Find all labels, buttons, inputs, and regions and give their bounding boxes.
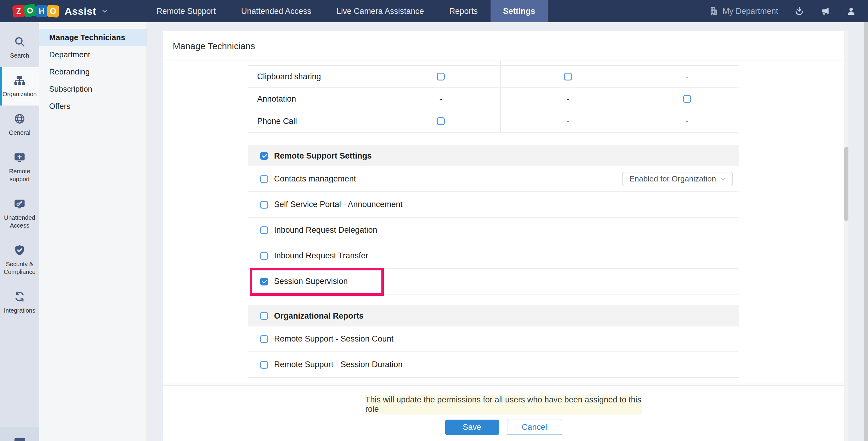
main-nav: Remote SupportUnattended AccessLive Came… [144,0,548,22]
table-cell [500,66,635,87]
settings-submenu: Manage TechniciansDepartmentRebrandingSu… [39,22,147,441]
product-name: Assist [64,5,96,17]
department-selector[interactable]: My Department [709,6,778,16]
sidebar-item-security-compliance[interactable]: Security & Compliance [0,237,39,283]
sync-icon [14,291,25,302]
dash-value: - [566,94,569,104]
globe-icon [14,113,25,125]
logo-letter-o: O [46,4,59,18]
setting-row: Contacts managementEnabled for Organizat… [248,166,739,192]
table-cell [635,88,739,110]
nav-item-settings[interactable]: Settings [491,0,548,22]
table-cell [635,61,739,65]
setting-label: Session Supervision [274,277,348,286]
submenu-item-department[interactable]: Department [39,46,147,63]
panel-footer: This will update the permissions for all… [163,385,844,441]
download-icon[interactable] [795,6,804,16]
setting-checkbox[interactable] [260,226,268,234]
sidebar-item-label: Search [1,52,38,59]
submenu-item-manage-technicians[interactable]: Manage Technicians [39,29,147,46]
setting-dropdown[interactable]: Enabled for Organization [622,172,733,186]
setting-row: Self Service Portal - Announcement [248,192,739,218]
permission-label: Phone Call [248,110,381,132]
unattended-monitor-icon [14,198,25,210]
chevron-down-icon[interactable] [101,7,108,15]
setting-label: Contacts management [274,174,356,184]
section-header: Organizational Reports [248,305,739,326]
dash-value: - [686,72,689,82]
setting-checkbox[interactable] [260,201,268,209]
table-cell [381,66,500,87]
sidebar-item-label: Organization [1,90,38,98]
top-navbar: ZOHO Assist Remote SupportUnattended Acc… [0,0,868,22]
dropdown-value: Enabled for Organization [629,174,716,184]
megaphone-icon[interactable] [820,6,830,16]
submenu-item-rebranding[interactable]: Rebranding [39,63,147,81]
save-button[interactable]: Save [445,419,499,435]
department-label: My Department [722,7,778,16]
setting-checkbox[interactable] [260,278,268,285]
table-row-partial [248,61,739,66]
section-title: Organizational Reports [274,311,364,321]
navbar-right: My Department [709,6,868,16]
submenu-item-offers[interactable]: Offers [39,98,147,115]
table-cell [248,61,381,65]
nav-item-unattended-access[interactable]: Unattended Access [228,0,324,22]
section-checkbox[interactable] [260,152,268,160]
submenu-item-subscription[interactable]: Subscription [39,81,147,98]
sidebar-item-organization[interactable]: Organization [0,67,39,105]
footer-buttons: Save Cancel [163,419,844,435]
permissions-notice: This will update the permissions for all… [365,395,642,414]
setting-label: Inbound Request Delegation [274,225,377,235]
permission-label: Clipboard sharing [248,66,381,87]
section-checkbox[interactable] [260,312,268,320]
table-cell: - [635,110,739,132]
browser-scrollbar[interactable] [864,22,868,441]
settings-sections: Remote Support SettingsContacts manageme… [248,145,739,384]
scroll-content: Clipboard sharing-Annotation--Phone Call… [163,61,844,385]
dash-value: - [686,117,689,126]
remote-monitor-icon [14,152,25,163]
setting-label: Inbound Request Transfer [274,251,368,260]
permission-checkbox[interactable] [564,73,572,81]
setting-row: Inbound Request Transfer [248,243,739,269]
sidebar-item-remote-support[interactable]: Remote support [0,144,39,190]
permissions-table: Clipboard sharing-Annotation--Phone Call… [248,61,739,133]
table-cell [381,110,500,132]
table-cell [500,61,635,65]
logo-letter-h: H [35,5,48,18]
permission-checkbox[interactable] [437,117,445,125]
left-sidebar: SearchOrganizationGeneralRemote supportU… [0,22,39,441]
permission-checkbox[interactable] [683,95,691,103]
cancel-button[interactable]: Cancel [507,419,562,435]
search-icon [14,36,25,47]
setting-checkbox[interactable] [260,335,268,343]
table-cell: - [500,88,635,110]
sidebar-item-label: Integrations [1,307,38,314]
setting-checkbox[interactable] [260,361,268,369]
setting-row: Session Supervision [248,269,739,294]
sidebar-item-unattended-access[interactable]: Unattended Access [0,190,39,237]
nav-item-remote-support[interactable]: Remote Support [144,0,228,22]
page-title: Manage Technicians [173,41,255,51]
table-row: Clipboard sharing- [248,66,739,88]
sidebar-item-search[interactable]: Search [0,28,39,67]
chevron-down-icon [716,176,727,183]
user-icon[interactable] [846,6,856,16]
permission-checkbox[interactable] [437,73,445,81]
table-cell [381,61,500,65]
nav-item-reports[interactable]: Reports [437,0,491,22]
panel-header: Manage Technicians [163,31,844,61]
sidebar-item-label: Security & Compliance [1,260,38,276]
setting-checkbox[interactable] [260,175,268,183]
setting-label: Self Service Portal - Announcement [274,200,402,209]
sidebar-item-general[interactable]: General [0,105,39,144]
setting-row: Remote Support - Session Duration [248,352,739,378]
zoho-assist-logo[interactable]: ZOHO Assist [13,5,108,17]
sidebar-item-integrations[interactable]: Integrations [0,283,39,322]
setting-label: Remote Support - Session Duration [274,360,402,369]
panel-scrollbar-thumb[interactable] [844,147,848,221]
setting-checkbox[interactable] [260,252,268,260]
nav-item-live-camera-assistance[interactable]: Live Camera Assistance [324,0,437,22]
shield-check-icon [14,245,25,256]
